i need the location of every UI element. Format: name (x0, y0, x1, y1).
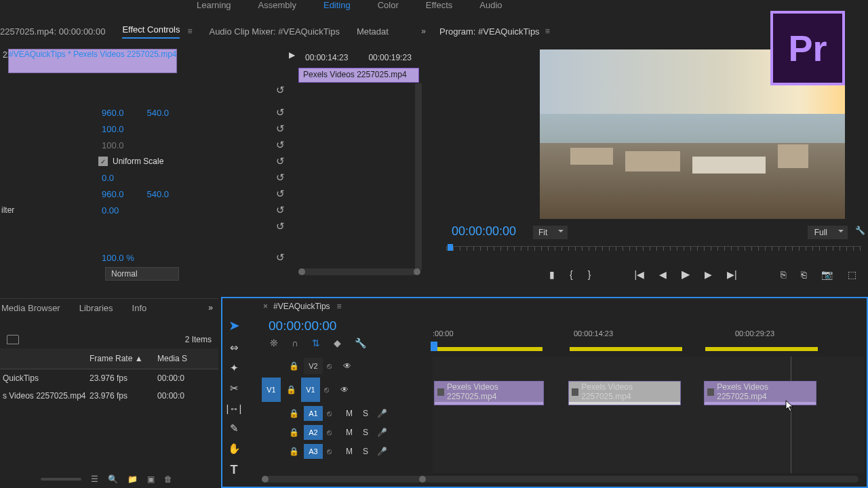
record-button[interactable]: 🎤 (376, 409, 388, 418)
col-media-start[interactable]: Media S (157, 354, 187, 363)
list-view-icon[interactable]: ☰ (91, 474, 98, 484)
ws-color[interactable]: Color (378, 0, 399, 8)
pos-x[interactable]: 960.0 (102, 108, 124, 118)
timeline-ruler[interactable]: :00:00 00:00:14:23 00:00:29:23 (433, 332, 864, 351)
ec-scroll-track[interactable] (415, 83, 422, 270)
mute-button[interactable]: M (343, 409, 355, 418)
reset-icon[interactable]: ↺ (276, 106, 285, 119)
lock-icon[interactable]: 🔒 (288, 428, 300, 437)
razor-tool[interactable]: ✂ (230, 382, 239, 394)
step-fwd-button[interactable]: ▶ (705, 269, 712, 280)
anti-val[interactable]: 0.00 (102, 205, 119, 216)
reset-icon[interactable]: ↺ (276, 84, 285, 96)
solo-button[interactable]: S (359, 409, 372, 418)
snap-icon[interactable]: ❊ (270, 338, 278, 348)
timeline-hscroll[interactable] (262, 476, 859, 483)
reset-icon[interactable]: ↺ (276, 171, 285, 184)
program-ruler[interactable] (446, 246, 861, 260)
wrench-icon[interactable]: 🔧 (855, 226, 865, 235)
go-start-button[interactable]: |◀ (634, 269, 644, 280)
tab-libraries[interactable]: Libraries (79, 303, 113, 313)
solo-button[interactable]: S (359, 428, 372, 437)
anchor-y[interactable]: 540.0 (147, 189, 170, 199)
eye-icon[interactable]: 👁 (343, 361, 355, 371)
a1-target[interactable]: A1 (304, 406, 323, 421)
tab-metadata[interactable]: Metadat (357, 26, 389, 37)
burger-icon[interactable]: ≡ (545, 26, 550, 36)
add-marker-button[interactable]: ▮ (549, 269, 555, 280)
zoom-slider[interactable] (41, 478, 81, 481)
burger-icon[interactable]: ≡ (337, 302, 342, 311)
pos-y[interactable]: 540.0 (147, 108, 170, 118)
clip-3[interactable]: Pexels Videos 2257025.mp4 (704, 381, 816, 405)
ec-hscroll[interactable] (298, 268, 420, 275)
reset-icon[interactable]: ↺ (276, 123, 285, 135)
reset-icon[interactable]: ↺ (276, 251, 285, 264)
lock-icon[interactable]: 🔒 (288, 361, 300, 371)
ws-editing[interactable]: Editing (323, 0, 351, 8)
tab-media-browser[interactable]: Media Browser (1, 303, 60, 313)
hand-tool[interactable]: ✋ (228, 443, 241, 455)
reset-icon[interactable]: ↺ (276, 139, 285, 151)
overflow-icon[interactable]: » (208, 303, 213, 313)
sync-icon[interactable]: ⎋ (327, 409, 339, 418)
slip-tool[interactable]: |↔| (226, 403, 242, 414)
tab-audio-mixer[interactable]: Audio Clip Mixer: #VEAQuickTips (209, 26, 339, 37)
a2-target[interactable]: A2 (304, 425, 323, 440)
tab-info[interactable]: Info (132, 303, 147, 313)
ws-learning[interactable]: Learning (197, 0, 231, 8)
record-button[interactable]: 🎤 (376, 428, 388, 437)
close-icon[interactable]: × (263, 302, 268, 311)
uniform-checkbox[interactable]: ✓ (98, 157, 108, 166)
link-icon[interactable]: ⇅ (312, 338, 320, 348)
program-timecode[interactable]: 00:00:00:00 (452, 224, 516, 239)
sync-icon[interactable]: ⎋ (324, 385, 336, 394)
opacity-val[interactable]: 100.0 % (102, 253, 134, 263)
add-marker-icon[interactable]: ◆ (334, 338, 341, 348)
new-bin-icon[interactable]: 📁 (127, 474, 138, 484)
ws-audio[interactable]: Audio (479, 0, 502, 8)
scale-val[interactable]: 100.0 (102, 124, 124, 134)
trash-icon[interactable]: 🗑 (164, 474, 172, 484)
col-framerate[interactable]: Frame Rate ▲ (90, 354, 157, 363)
in-out-bar[interactable] (705, 347, 818, 351)
go-end-button[interactable]: ▶| (727, 269, 737, 280)
search-icon[interactable]: 🔍 (108, 474, 118, 484)
reset-icon[interactable]: ↺ (276, 204, 285, 216)
track-select-tool[interactable]: ⇔ (230, 342, 239, 354)
program-tab[interactable]: Program: #VEAQuickTips (439, 26, 540, 37)
v1-target[interactable]: V1 (301, 378, 320, 402)
anchor-x[interactable]: 960.0 (102, 189, 124, 199)
step-back-button[interactable]: ◀ (659, 269, 667, 280)
burger-icon[interactable]: ≡ (187, 26, 192, 36)
type-tool[interactable]: T (231, 463, 238, 477)
play-button[interactable]: ▶ (682, 268, 690, 281)
record-button[interactable]: 🎤 (376, 447, 388, 456)
mark-in-button[interactable]: { (570, 269, 573, 280)
mark-out-button[interactable]: } (588, 269, 591, 280)
in-out-bar[interactable] (570, 347, 682, 351)
marker-icon[interactable]: ∩ (292, 338, 298, 348)
solo-button[interactable]: S (359, 447, 372, 456)
timeline-tracks-area[interactable]: Pexels Videos 2257025.mp4 Pexels Videos … (433, 357, 864, 473)
blend-select[interactable]: Normal (105, 267, 179, 281)
in-out-bar[interactable] (435, 347, 542, 351)
reset-icon[interactable]: ↺ (276, 220, 285, 232)
lock-icon[interactable]: 🔒 (288, 409, 300, 418)
reset-icon[interactable]: ↺ (276, 188, 285, 200)
export-frame-button[interactable]: 📷 (821, 269, 833, 280)
a3-target[interactable]: A3 (304, 444, 323, 459)
reset-icon[interactable]: ↺ (276, 155, 285, 167)
eye-icon[interactable]: 👁 (340, 385, 353, 394)
ripple-tool[interactable]: ✦ (230, 362, 239, 374)
new-item-icon[interactable]: ▣ (147, 474, 155, 484)
col-name[interactable] (1, 354, 90, 363)
v2-target[interactable]: V2 (304, 358, 323, 374)
lock-icon[interactable]: 🔒 (288, 447, 300, 456)
settings-icon[interactable]: 🔧 (355, 338, 366, 348)
ec-clip-bar[interactable]: Pexels Videos 2257025.mp4 (298, 68, 419, 83)
lock-icon[interactable]: 🔒 (285, 385, 297, 394)
extract-button[interactable]: ⎗ (801, 269, 806, 280)
mute-button[interactable]: M (343, 447, 355, 456)
sequence-tab[interactable]: #VEAQuickTips (273, 302, 330, 311)
